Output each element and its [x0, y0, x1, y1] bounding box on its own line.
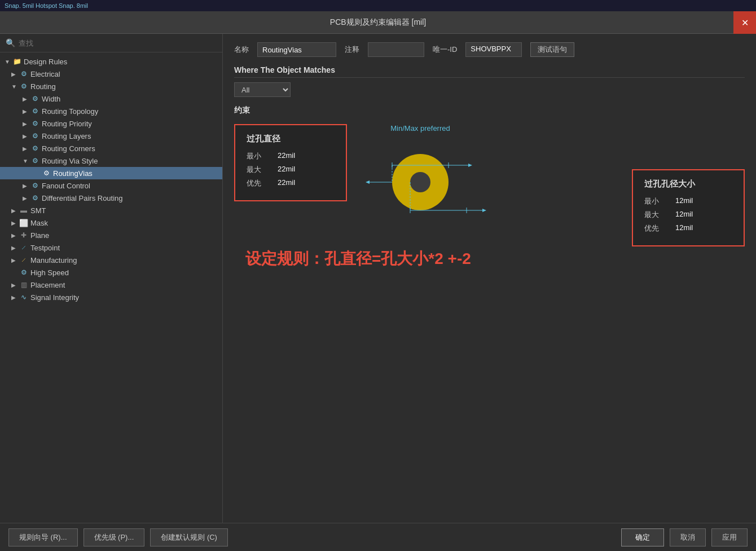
wizard-button[interactable]: 规则向导 (R)...	[8, 528, 78, 546]
arrow-via-style: ▼	[23, 158, 30, 164]
label-testpoint: Testpoint	[30, 244, 60, 252]
via-min-val: 22mil	[278, 151, 295, 161]
test-button[interactable]: 测试语句	[530, 42, 574, 57]
label-routing-vias: RoutingVias	[53, 169, 93, 178]
constraints-section: 约束 过孔直径 最小 22mil 最大 22mil 优先 22mil	[234, 105, 745, 514]
via-diameter-box: 过孔直径 最小 22mil 最大 22mil 优先 22mil	[234, 124, 347, 201]
arrow-electrical: ▶	[11, 71, 19, 77]
label-routing-corners: Routing Corners	[42, 144, 95, 153]
label-manufacturing: Manufacturing	[30, 256, 77, 265]
label-design-rules: Design Rules	[24, 58, 67, 66]
tree-item-routing-corners[interactable]: ▶ ⚙ Routing Corners	[0, 142, 222, 155]
tree-item-routing-topology[interactable]: ▶ ⚙ Routing Topology	[0, 105, 222, 117]
tree-item-smt[interactable]: ▶ ▬ SMT	[0, 204, 222, 217]
arrow-width: ▶	[23, 96, 30, 102]
via-diagram-container: 过孔直径 最小 22mil 最大 22mil 优先 22mil	[234, 124, 745, 226]
tree: ▼ 📁 Design Rules ▶ ⚙ Electrical ▼ ⚙ Rout…	[0, 52, 222, 523]
tree-item-design-rules[interactable]: ▼ 📁 Design Rules	[0, 55, 222, 68]
rule-header: 名称 注释 唯一-ID SHOVBPPX 测试语句	[234, 42, 745, 57]
gear-icon-via-style: ⚙	[30, 156, 39, 165]
min-max-label: Min/Max preferred	[364, 124, 477, 133]
cancel-button[interactable]: 取消	[670, 528, 706, 546]
label-routing-layers: Routing Layers	[42, 132, 91, 140]
gear-icon-high-speed: ⚙	[19, 268, 28, 277]
icon-placement: ▥	[19, 280, 28, 289]
close-button[interactable]: ✕	[733, 11, 756, 34]
tree-item-routing-via-style[interactable]: ▼ ⚙ Routing Via Style	[0, 155, 222, 167]
via-max-row: 最大 22mil	[247, 165, 335, 175]
icon-testpoint: ⟋	[19, 243, 28, 252]
via-preferred-label: 优先	[247, 178, 269, 188]
arrow-testpoint: ▶	[11, 245, 19, 251]
tree-item-high-speed[interactable]: ⚙ High Speed	[0, 266, 222, 279]
where-dropdown[interactable]: All Net NetClass Layer	[234, 82, 291, 97]
where-matches-title: Where The Object Matches	[234, 65, 745, 78]
icon-manufacturing: ⟋	[19, 255, 28, 265]
label-high-speed: High Speed	[30, 268, 69, 277]
hole-preferred-label: 优先	[644, 223, 667, 233]
tree-item-fanout-control[interactable]: ▶ ⚙ Fanout Control	[0, 179, 222, 192]
dialog-title: PCB规则及约束编辑器 [mil]	[330, 17, 426, 28]
via-min-label: 最小	[247, 151, 269, 161]
hole-max-val: 12mil	[675, 210, 693, 220]
comment-input[interactable]	[368, 42, 424, 57]
icon-mask: ⬜	[19, 218, 28, 227]
via-visual-area: Min/Max preferred	[364, 124, 477, 226]
hole-max-label: 最大	[644, 210, 667, 220]
via-inner-hole	[410, 172, 430, 192]
arrow-smt: ▶	[11, 208, 19, 214]
tree-item-routing[interactable]: ▼ ⚙ Routing	[0, 80, 222, 92]
hole-preferred-row: 优先 12mil	[644, 223, 732, 233]
gear-icon-corners: ⚙	[30, 144, 39, 153]
wave-icon-signal-integrity: ∿	[19, 293, 28, 302]
where-matches-section: Where The Object Matches All Net NetClas…	[234, 65, 745, 97]
via-min-row: 最小 22mil	[247, 151, 335, 161]
name-input[interactable]	[257, 42, 336, 57]
tree-item-manufacturing[interactable]: ▶ ⟋ Manufacturing	[0, 254, 222, 266]
tree-item-routing-priority[interactable]: ▶ ⚙ Routing Priority	[0, 117, 222, 130]
create-default-button[interactable]: 创建默认规则 (C)	[150, 528, 228, 546]
label-placement: Placement	[30, 281, 65, 289]
tree-item-placement[interactable]: ▶ ▥ Placement	[0, 279, 222, 291]
svg-marker-5	[366, 180, 370, 184]
confirm-button[interactable]: 确定	[621, 528, 664, 546]
priority-button[interactable]: 优先级 (P)...	[83, 528, 145, 546]
tree-item-routing-vias[interactable]: ⚙ RoutingVias	[0, 167, 222, 179]
gear-icon-routing: ⚙	[19, 82, 28, 91]
left-panel: 🔍 ▼ 📁 Design Rules ▶ ⚙ Electrical ▼ ⚙ Ro…	[0, 34, 223, 523]
search-bar: 🔍	[0, 34, 222, 52]
search-icon: 🔍	[6, 38, 15, 47]
via-max-label: 最大	[247, 165, 269, 175]
label-smt: SMT	[30, 206, 46, 215]
annotation-text: 设定规则：孔直径=孔大小*2 +-2	[245, 248, 745, 270]
label-routing-topology: Routing Topology	[42, 107, 98, 116]
label-differential-pairs: Differential Pairs Routing	[42, 194, 123, 202]
tree-item-plane[interactable]: ▶ ✚ Plane	[0, 229, 222, 241]
apply-button[interactable]: 应用	[711, 528, 748, 546]
gear-icon-electrical: ⚙	[19, 69, 28, 78]
tree-item-differential-pairs[interactable]: ▶ ⚙ Differential Pairs Routing	[0, 192, 222, 204]
icon-plane: ✚	[19, 231, 28, 240]
tree-item-width[interactable]: ▶ ⚙ Width	[0, 92, 222, 105]
arrow-differential: ▶	[23, 195, 30, 201]
arrow-priority: ▶	[23, 121, 30, 127]
label-routing-priority: Routing Priority	[42, 120, 92, 128]
icon-smt: ▬	[19, 206, 28, 215]
tree-item-routing-layers[interactable]: ▶ ⚙ Routing Layers	[0, 130, 222, 142]
hole-max-row: 最大 12mil	[644, 210, 732, 220]
tree-item-testpoint[interactable]: ▶ ⟋ Testpoint	[0, 241, 222, 254]
arrow-corners: ▶	[23, 146, 30, 152]
arrow-layers: ▶	[23, 133, 30, 139]
arrow-topology: ▶	[23, 108, 30, 114]
tree-item-mask[interactable]: ▶ ⬜ Mask	[0, 217, 222, 229]
label-mask: Mask	[30, 219, 48, 227]
label-routing-via-style: Routing Via Style	[42, 157, 98, 165]
tree-item-electrical[interactable]: ▶ ⚙ Electrical	[0, 68, 222, 80]
tree-item-signal-integrity[interactable]: ▶ ∿ Signal Integrity	[0, 291, 222, 303]
search-input[interactable]	[19, 39, 217, 47]
arrow-placement: ▶	[11, 282, 19, 288]
label-routing: Routing	[30, 82, 56, 91]
bottom-bar: 规则向导 (R)... 优先级 (P)... 创建默认规则 (C) 确定 取消 …	[0, 523, 756, 551]
comment-label: 注释	[345, 45, 359, 55]
hole-min-label: 最小	[644, 196, 667, 206]
